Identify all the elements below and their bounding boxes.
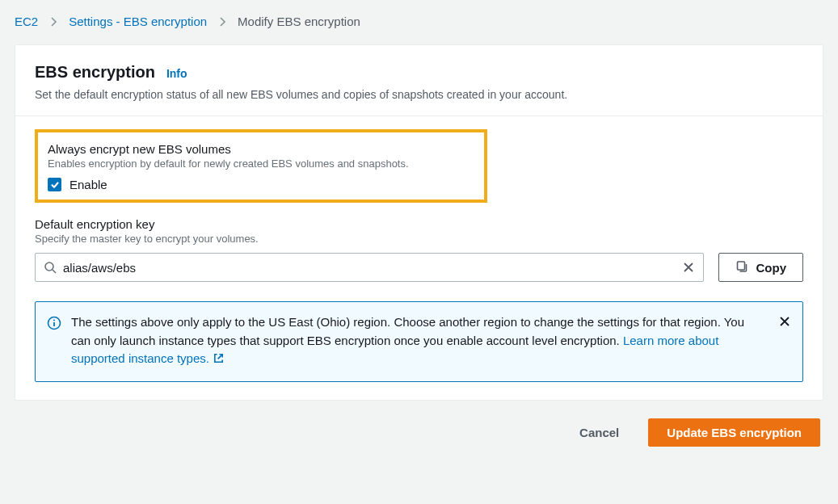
always-encrypt-section: Always encrypt new EBS volumes Enables e…: [35, 129, 487, 203]
enable-checkbox[interactable]: [48, 178, 61, 191]
svg-point-0: [45, 262, 53, 271]
always-encrypt-title: Always encrypt new EBS volumes: [48, 142, 474, 156]
chevron-right-icon: [49, 17, 57, 27]
always-encrypt-description: Enables encryption by default for newly …: [48, 158, 474, 170]
clear-icon[interactable]: [682, 261, 695, 274]
update-button[interactable]: Update EBS encryption: [648, 418, 820, 447]
default-key-description: Specify the master key to encrypt your v…: [35, 233, 803, 245]
footer-actions: Cancel Update EBS encryption: [15, 418, 823, 447]
svg-point-3: [53, 320, 55, 321]
breadcrumb-ec2[interactable]: EC2: [15, 15, 38, 28]
panel-header: EBS encryption Info Set the default encr…: [15, 45, 823, 116]
default-key-title: Default encryption key: [35, 217, 803, 231]
svg-rect-1: [737, 262, 744, 270]
breadcrumb-current: Modify EBS encryption: [238, 15, 360, 28]
ebs-encryption-panel: EBS encryption Info Set the default encr…: [15, 44, 823, 401]
external-link-icon: [213, 352, 225, 364]
info-icon: [47, 316, 61, 333]
breadcrumb: EC2 Settings - EBS encryption Modify EBS…: [15, 15, 823, 28]
panel-description: Set the default encryption status of all…: [35, 88, 803, 101]
breadcrumb-settings[interactable]: Settings - EBS encryption: [69, 15, 207, 28]
key-search-box[interactable]: [35, 253, 704, 282]
info-link[interactable]: Info: [166, 67, 187, 80]
enable-checkbox-label: Enable: [69, 178, 107, 191]
cancel-button[interactable]: Cancel: [566, 419, 632, 446]
copy-icon: [735, 260, 748, 275]
copy-button-label: Copy: [756, 261, 787, 275]
page-title: EBS encryption: [35, 63, 155, 82]
key-input[interactable]: [63, 261, 682, 275]
panel-body: Always encrypt new EBS volumes Enables e…: [15, 116, 823, 400]
search-icon: [44, 261, 57, 274]
banner-text: The settings above only apply to the US …: [71, 313, 764, 368]
chevron-right-icon: [218, 17, 226, 27]
copy-button[interactable]: Copy: [718, 253, 804, 282]
region-info-banner: The settings above only apply to the US …: [35, 301, 803, 382]
close-icon[interactable]: [778, 315, 791, 330]
default-key-section: Default encryption key Specify the maste…: [35, 217, 803, 282]
